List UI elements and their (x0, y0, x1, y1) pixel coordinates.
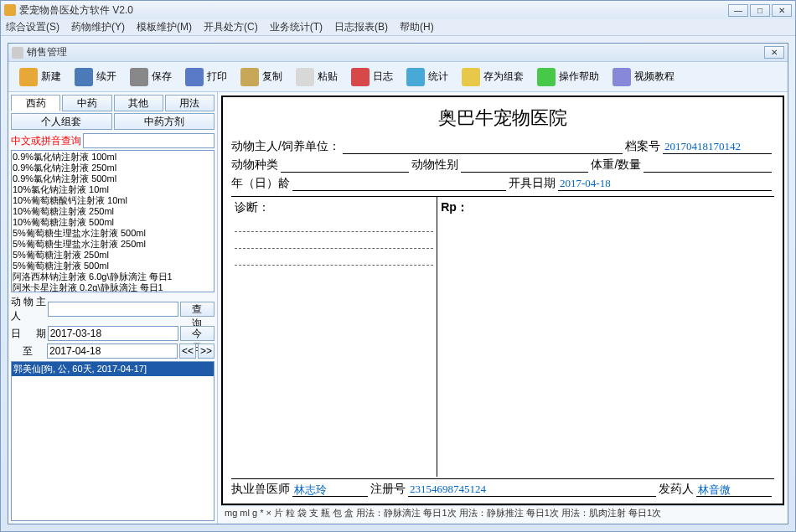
minimize-button[interactable]: — (728, 4, 748, 17)
list-item[interactable]: 5%葡萄糖生理盐水注射液 500ml (13, 228, 213, 239)
menu-item[interactable]: 药物维护(Y) (71, 20, 125, 34)
dx-label: 诊断： (235, 200, 433, 215)
toolbar-icon (462, 68, 480, 86)
toolbar-icon (613, 68, 631, 86)
toolbar-button[interactable]: 视频教程 (607, 65, 680, 89)
species-label: 动物种类 (231, 158, 278, 173)
list-item[interactable]: 10%氯化钠注射液 10ml (13, 184, 213, 195)
toolbar-label: 复制 (262, 70, 282, 84)
toolbar-button[interactable]: 粘贴 (290, 65, 344, 89)
menu-item[interactable]: 综合设置(S) (6, 20, 59, 34)
record-field[interactable]: 20170418170142 (663, 140, 772, 154)
tab[interactable]: 中药 (62, 95, 111, 111)
date-from-input[interactable] (48, 326, 178, 341)
date-label: 日 期 (11, 327, 46, 341)
menubar: 综合设置(S)药物维护(Y)模板维护(M)开具处方(C)业务统计(T)日志报表(… (1, 19, 795, 36)
list-item[interactable]: 5%葡萄糖注射液 500ml (13, 261, 213, 271)
rxdate-field[interactable]: 2017-04-18 (558, 177, 772, 191)
tab[interactable]: 西药 (11, 95, 60, 111)
toolbar-button[interactable]: 打印 (179, 65, 233, 89)
titlebar-text: 爱宠物兽医处方软件 V2.0 (19, 3, 726, 18)
toolbar-button[interactable]: 日志 (345, 65, 399, 89)
toolbar-button[interactable]: 续开 (69, 65, 122, 89)
owner-input[interactable] (48, 302, 178, 317)
toolbar-icon (75, 68, 93, 86)
tab[interactable]: 个人组套 (11, 113, 112, 130)
list-item[interactable]: 0.9%氯化钠注射液 500ml (13, 173, 213, 184)
tab[interactable]: 其他 (114, 95, 163, 111)
client-area: 销售管理 ✕ 新建续开保存打印复制粘贴日志统计存为组套操作帮助视频教程 西药中药… (1, 36, 795, 531)
list-item[interactable]: 5%葡萄糖生理盐水注射液 250ml (13, 239, 213, 250)
list-item[interactable]: 0.9%氯化钠注射液 100ml (13, 152, 213, 163)
toolbar-button[interactable]: 保存 (124, 65, 178, 89)
next-button[interactable]: >> (198, 343, 215, 359)
menu-item[interactable]: 开具处方(C) (204, 20, 258, 34)
rp-column[interactable]: Rp： (437, 197, 774, 477)
toolbar-icon (296, 68, 314, 86)
list-item[interactable]: 10%葡萄糖注射液 500ml (13, 217, 213, 228)
status-bar: mg ml g * × 片 粒 袋 支 瓶 包 盒 用法：静脉滴注 每日1次 用… (221, 505, 784, 520)
medicine-list[interactable]: 0.9%氯化钠注射液 100ml0.9%氯化钠注射液 250ml0.9%氯化钠注… (11, 150, 215, 292)
inner-icon (12, 47, 23, 59)
toolbar-label: 日志 (373, 70, 393, 84)
list-item[interactable]: 5%葡萄糖注射液 250ml (13, 250, 213, 261)
search-input[interactable] (83, 133, 215, 148)
inner-window: 销售管理 ✕ 新建续开保存打印复制粘贴日志统计存为组套操作帮助视频教程 西药中药… (8, 43, 788, 524)
diagnosis-column[interactable]: 诊断： (231, 197, 437, 477)
owner-row: 动物主人 查 询 (11, 295, 215, 323)
record-label: 档案号 (625, 139, 660, 154)
owner-label: 动物主人 (11, 295, 46, 323)
list-item[interactable]: 10%葡萄糖酸钙注射液 10ml (13, 195, 213, 206)
age-label: 年（日）龄 (231, 176, 290, 191)
tab[interactable]: 中药方剂 (114, 113, 215, 130)
list-item[interactable]: 10%葡萄糖注射液 250ml (13, 206, 213, 217)
toolbar-button[interactable]: 新建 (13, 65, 67, 89)
tabs-row-2: 个人组套中药方剂 (11, 113, 215, 130)
list-item[interactable]: 0.9%氯化钠注射液 250ml (13, 163, 213, 173)
toolbar-button[interactable]: 复制 (235, 65, 288, 89)
search-row: 中文或拼音查询 (11, 133, 215, 148)
tab[interactable]: 用法 (165, 95, 215, 111)
age-field[interactable] (292, 177, 506, 191)
toolbar-button[interactable]: 统计 (401, 65, 454, 89)
reg-field[interactable]: 23154698745124 (408, 483, 656, 497)
toolbar-label: 操作帮助 (559, 70, 599, 84)
toolbar-icon (19, 68, 38, 86)
sex-field[interactable] (461, 158, 589, 173)
list-item[interactable]: 阿洛西林钠注射液 6.0g\静脉滴注 每日1 (13, 271, 213, 282)
maximize-button[interactable]: □ (750, 4, 770, 17)
owner-field-label: 动物主人/饲养单位： (231, 139, 340, 154)
toolbar-icon (537, 68, 556, 86)
toolbar-button[interactable]: 操作帮助 (531, 65, 605, 89)
date-to-input[interactable] (47, 343, 178, 359)
menu-item[interactable]: 模板维护(M) (137, 20, 192, 34)
inner-close-button[interactable]: ✕ (764, 46, 784, 59)
pharm-field[interactable]: 林音微 (696, 483, 772, 497)
rp-label: Rp： (441, 200, 771, 215)
inner-titlebar: 销售管理 ✕ (8, 44, 788, 62)
toolbar-icon (406, 68, 425, 86)
menu-item[interactable]: 业务统计(T) (270, 20, 323, 34)
toolbar-label: 视频教程 (634, 70, 675, 84)
list-item[interactable]: 阿米卡星注射液 0.2g\静脉滴注 每日1 (13, 282, 213, 292)
list-item[interactable]: 郭美仙[狗, 公, 60天, 2017-04-17] (12, 362, 214, 376)
menu-item[interactable]: 帮助(H) (400, 20, 434, 34)
weight-field[interactable] (644, 158, 772, 173)
search-button[interactable]: 查 询 (180, 302, 215, 317)
toolbar: 新建续开保存打印复制粘贴日志统计存为组套操作帮助视频教程 (8, 62, 788, 92)
toolbar-label: 新建 (41, 70, 61, 84)
vet-label: 执业兽医师 (231, 482, 290, 497)
owner-field[interactable] (343, 140, 623, 154)
vet-field[interactable]: 林志玲 (292, 483, 368, 497)
date-from-row: 日 期 今 日 (11, 326, 215, 341)
sex-label: 动物性别 (411, 158, 458, 173)
toolbar-label: 存为组套 (483, 70, 524, 84)
menu-item[interactable]: 日志报表(B) (334, 20, 388, 34)
close-button[interactable]: ✕ (772, 4, 792, 17)
prev-button[interactable]: << (179, 343, 196, 359)
species-field[interactable] (281, 158, 409, 173)
results-list[interactable]: 郭美仙[狗, 公, 60天, 2017-04-17] (11, 361, 215, 521)
today-button[interactable]: 今 日 (180, 326, 215, 341)
toolbar-button[interactable]: 存为组套 (456, 65, 530, 89)
reg-label: 注册号 (370, 482, 406, 497)
